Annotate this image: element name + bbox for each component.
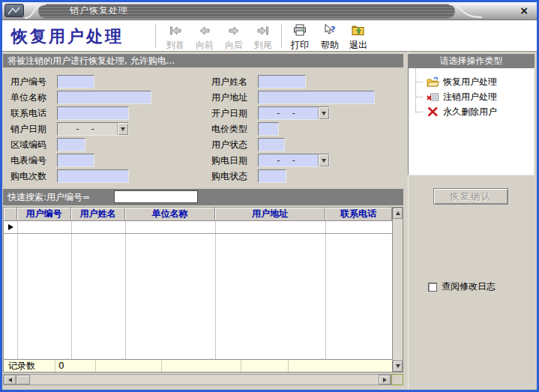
field-label-user-status: 用户状态 [211,139,255,151]
go-next-icon [228,24,240,38]
field-label-purchase-status: 购电状态 [211,170,255,183]
column-header-unit-name[interactable]: 单位名称 [125,208,215,221]
dropdown-arrow-icon[interactable] [117,123,128,135]
checkbox-box-icon[interactable] [428,283,437,292]
svg-text:?: ? [331,25,335,34]
grid-column-separator [71,221,72,359]
user-status-input[interactable] [258,138,285,151]
nav-next-button[interactable]: 向后 [220,22,248,50]
section-title: 将被注销的用户进行恢复处理, 允许购电... [3,55,175,67]
field-label-address: 用户地址 [211,91,255,104]
dropdown-arrow-icon[interactable] [318,107,329,119]
toolbar-separator [155,24,156,48]
unit-name-input[interactable] [57,91,151,104]
tree-item-deregister-user[interactable]: 注销用户处理 [409,89,534,104]
quick-search-bar: 快速搜索:用户编号= [3,189,403,205]
field-label-user-id: 用户编号 [10,76,54,88]
deregister-grid-icon [427,91,439,102]
field-label-unit-name: 单位名称 [10,91,54,104]
row-selector-header [4,208,17,221]
column-header-phone[interactable]: 联系电话 [325,208,392,221]
grid-footer-row: 记录数 0 [4,359,392,372]
tree-item-label: 注销用户处理 [443,91,497,103]
section-header: 将被注销的用户进行恢复处理, 允许购电... [3,54,403,67]
close-date-combo[interactable]: - - [57,122,129,136]
printer-icon [293,24,307,39]
grid-column-separator [325,221,326,359]
tree-item-label: 恢复用户处理 [443,76,497,88]
footer-cell [162,360,241,372]
dropdown-arrow-icon[interactable] [318,154,329,166]
field-label-price-type: 电价类型 [211,123,255,136]
price-type-input[interactable] [258,122,279,136]
user-id-input[interactable] [57,75,94,88]
exit-folder-icon [352,24,365,39]
operation-tree: 恢复用户处理 注销用户处理 永久删除用户 [408,67,535,175]
phone-input[interactable] [57,106,129,120]
toolbar-separator [281,24,282,48]
scroll-left-icon[interactable] [4,375,16,385]
field-label-open-date: 开户日期 [211,107,255,120]
column-header-user-name[interactable]: 用户姓名 [71,208,125,221]
horizontal-scroll-thumb[interactable] [16,375,30,385]
app-logo-icon [4,4,24,17]
field-label-user-name: 用户姓名 [211,76,255,88]
grid-body [4,221,392,359]
scroll-down-icon[interactable] [393,361,403,372]
nav-prev-button[interactable]: 向前 [190,22,219,50]
quick-search-label: 快速搜索:用户编号= [3,191,90,204]
nav-first-button[interactable]: 到首 [161,22,190,50]
current-row[interactable] [4,221,392,234]
go-first-icon [169,24,181,38]
open-date-combo[interactable]: - - [258,106,330,120]
titlebar: 销户恢复处理 × [2,2,537,20]
operation-panel-header: 请选择操作类型 [408,54,535,67]
nav-last-button[interactable]: 到尾 [249,22,277,50]
record-count-value: 0 [55,360,96,372]
tree-item-label: 永久删除用户 [443,106,497,118]
field-label-close-date: 销户日期 [10,123,54,136]
user-form: 用户编号 单位名称 联系电话 销户日期 - - 区域编码 电表编号 购电次 [3,67,403,189]
view-log-checkbox[interactable]: 查阅修改日志 [428,280,496,293]
operation-panel-title: 请选择操作类型 [440,55,503,67]
purchase-status-input[interactable] [258,169,286,183]
go-last-icon [257,24,269,38]
address-input[interactable] [258,91,375,104]
open-date-value: - - [259,107,318,119]
scroll-up-icon[interactable] [393,208,403,219]
grid-column-separator [17,221,18,359]
red-x-icon [427,106,439,117]
grid-column-separator [125,221,126,359]
app-window: 销户恢复处理 × 恢复用户处理 到首 向前 向后 [0,0,539,392]
footer-cell [241,360,289,372]
column-header-address[interactable]: 用户地址 [215,208,325,221]
current-row-marker-icon [8,224,13,230]
print-button[interactable]: 打印 [286,22,314,50]
quick-search-input[interactable] [114,190,198,203]
page-title: 恢复用户处理 [11,25,124,48]
column-header-user-id[interactable]: 用户编号 [17,208,71,221]
tree-item-delete-user[interactable]: 永久删除用户 [409,104,534,119]
close-icon[interactable]: × [518,4,530,16]
field-label-area-code: 区域编码 [10,139,54,151]
scroll-right-icon[interactable] [379,375,391,385]
grid-horizontal-scrollbar[interactable] [3,374,391,385]
grid-header-row: 用户编号 用户姓名 单位名称 用户地址 联系电话 [4,208,392,221]
results-grid: 用户编号 用户姓名 单位名称 用户地址 联系电话 记录数 0 [3,207,403,373]
grid-vertical-scrollbar[interactable] [392,208,403,372]
user-name-input[interactable] [258,75,306,88]
exit-button[interactable]: 退出 [344,22,373,50]
record-count-label: 记录数 [4,360,55,372]
meter-id-input[interactable] [57,154,94,167]
purchase-date-combo[interactable]: - - [258,154,330,167]
purchase-count-input[interactable] [57,169,129,183]
confirm-recover-button[interactable]: 恢复确认 [433,188,508,205]
tree-item-recover-user[interactable]: 恢复用户处理 [409,74,534,89]
help-cursor-icon: ? [323,24,337,39]
footer-cell [289,360,392,372]
field-label-phone: 联系电话 [10,107,54,120]
window-title: 销户恢复处理 [38,4,128,17]
help-button[interactable]: ? 帮助 [316,22,344,50]
area-code-input[interactable] [57,138,85,151]
go-prev-icon [199,24,211,38]
